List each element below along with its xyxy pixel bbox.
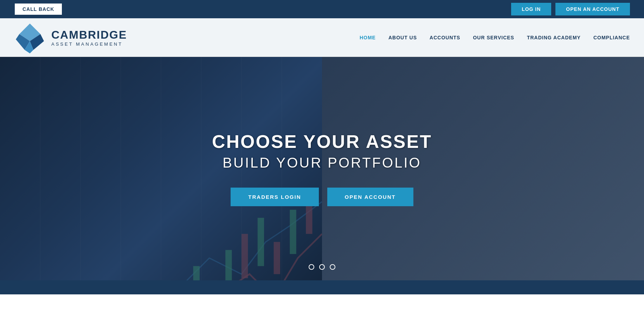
open-account-button[interactable]: OPEN AN ACCOUNT — [555, 3, 630, 15]
hero-title: CHOOSE YOUR ASSET — [212, 131, 432, 152]
hero-buttons: TRADERS LOGIN OPEN ACCOUNT — [212, 188, 432, 206]
ticker-inner: BTC ▼ 0.01BNB ▲ 293.45GBP/USD ▲ 1.23Riot… — [0, 285, 644, 290]
logo-icon — [14, 22, 46, 53]
hero-content: CHOOSE YOUR ASSET BUILD YOUR PORTFOLIO T… — [212, 131, 432, 206]
hero-section: CHOOSE YOUR ASSET BUILD YOUR PORTFOLIO T… — [0, 57, 644, 280]
logo-text: CAMBRIDGE ASSET MANAGEMENT — [51, 28, 127, 47]
nav-accounts[interactable]: ACCOUNTS — [430, 35, 460, 40]
carousel-dot-2[interactable] — [319, 264, 325, 270]
ticker-bar: BTC ▼ 0.01BNB ▲ 293.45GBP/USD ▲ 1.23Riot… — [0, 280, 644, 294]
logo-brand-name: CAMBRIDGE — [51, 28, 127, 41]
traders-login-button[interactable]: TRADERS LOGIN — [231, 188, 318, 206]
open-account-hero-button[interactable]: OPEN ACCOUNT — [327, 188, 413, 206]
nav-about[interactable]: ABOUT US — [388, 35, 417, 40]
logo-tagline: ASSET MANAGEMENT — [51, 41, 127, 47]
header: CAMBRIDGE ASSET MANAGEMENT HOME ABOUT US… — [0, 18, 644, 57]
carousel-dots — [309, 264, 335, 270]
top-bar-actions: LOG IN OPEN AN ACCOUNT — [511, 3, 630, 15]
nav-services[interactable]: OUR SERVICES — [473, 35, 514, 40]
nav-home[interactable]: HOME — [360, 35, 376, 40]
logo-area: CAMBRIDGE ASSET MANAGEMENT — [14, 22, 127, 53]
top-bar: CALL BACK LOG IN OPEN AN ACCOUNT — [0, 0, 644, 18]
nav-compliance[interactable]: COMPLIANCE — [593, 35, 630, 40]
carousel-dot-3[interactable] — [330, 264, 335, 270]
login-button[interactable]: LOG IN — [511, 3, 551, 15]
main-nav: HOME ABOUT US ACCOUNTS OUR SERVICES TRAD… — [360, 35, 630, 40]
nav-academy[interactable]: TRADING ACADEMY — [527, 35, 581, 40]
callback-button[interactable]: CALL BACK — [14, 3, 63, 15]
carousel-dot-1[interactable] — [309, 264, 314, 270]
hero-subtitle: BUILD YOUR PORTFOLIO — [212, 155, 432, 171]
